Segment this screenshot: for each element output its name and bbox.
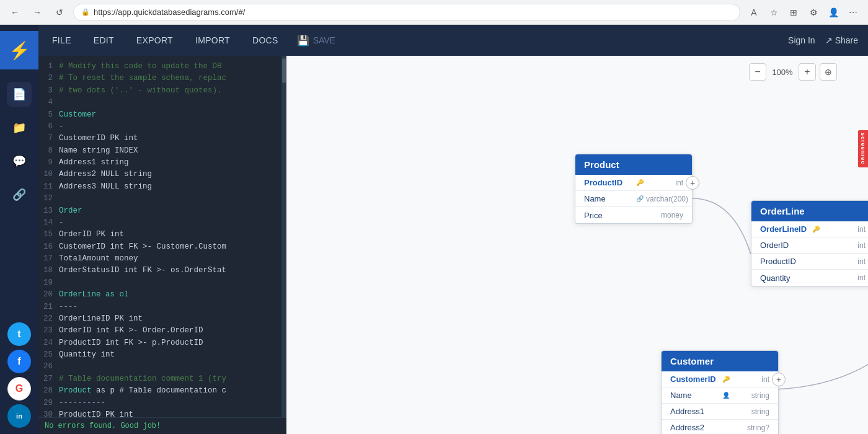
twitter-icon[interactable]: t [7,322,31,346]
logo-icon: ⚡ [9,40,30,61]
address-bar[interactable]: 🔒 https://app.quickdatabasediagrams.com/… [73,4,740,21]
url-text: https://app.quickdatabasediagrams.com/#/ [94,7,245,17]
code-line: ---- [59,301,277,313]
code-line: - [59,217,277,229]
export-menu[interactable]: EXPORT [133,33,177,48]
orderline-table-header: OrderLine [751,201,868,221]
field-name: Address1 [670,407,720,416]
customer-table-header: Customer [662,351,778,371]
table-row: OrderID int + [751,237,868,254]
diagram-canvas[interactable]: − 100% + ⊕ Produ [286,56,868,434]
app-logo: ⚡ [0,31,38,69]
field-type: int [675,179,683,187]
user-profile-button[interactable]: 👤 [825,4,842,21]
person-icon: 👤 [722,392,730,399]
document-icon: 📄 [12,87,26,101]
code-line: Product as p # Table documentation c [59,385,277,397]
code-area[interactable]: 12345 678910 1112131415 1617181920 21222… [38,56,286,417]
field-name: CustomerID [670,374,720,384]
sidebar-chat-icon[interactable]: 💬 [7,149,32,174]
collections-button[interactable]: ⊞ [785,4,802,21]
forward-button[interactable]: → [29,4,46,21]
folder-icon: 📁 [12,121,26,135]
code-line: # two dots ('..' - without quotes). [59,85,277,97]
google-icon[interactable]: G [7,377,31,401]
field-name: Name [584,194,634,203]
code-editor[interactable]: 12345 678910 1112131415 1617181920 21222… [38,56,286,434]
code-line: ---------- [59,397,277,409]
field-name: Address2 [670,423,720,432]
code-line: # To reset the sample schema, replac [59,73,277,84]
customer-table-body: CustomerID 🔑 int + Name 👤 string Address… [662,371,778,434]
icon-sidebar: ⚡ 📄 📁 💬 🔗 t f G [0,25,38,434]
sidebar-link-icon[interactable]: 🔗 [7,182,32,207]
code-line: TotalAmount money [59,253,277,265]
code-line: Quantity int [59,349,277,361]
code-line: ProductID PK int [59,409,277,417]
lock-icon: 🔒 [81,8,90,16]
sidebar-document-icon[interactable]: 📄 [7,82,32,107]
code-line: # Table documentation comment 1 (try [59,373,277,385]
table-row: OrderLineID 🔑 int [751,221,868,237]
screenrec-badge: screenrec [858,130,868,167]
menu-bar: FILE EDIT EXPORT IMPORT DOCS 💾 SAVE Sign… [38,25,868,56]
product-table-body: ProductID 🔑 int + Name 🔗 varchar(200) Pr… [575,175,692,223]
code-line: OrderID PK int [59,229,277,241]
key-icon: 🔑 [812,226,820,232]
orderline-table: OrderLine OrderLineID 🔑 int OrderID int … [751,200,868,286]
back-button[interactable]: ← [6,4,24,21]
share-button[interactable]: ↗ Share [825,35,858,45]
zoom-in-button[interactable]: + [799,63,816,81]
field-name: Name [670,391,720,400]
field-name: Quantity [760,273,810,283]
table-row: CustomerID 🔑 int + [662,371,778,388]
code-line: Order [59,205,277,217]
table-row: Name 🔗 varchar(200) [575,191,692,207]
status-text: No errors found. Good job! [45,422,161,430]
code-line: OrderLine as ol [59,289,277,301]
field-type: int [761,375,769,384]
docs-menu[interactable]: DOCS [249,33,282,48]
share-icon: ↗ [825,35,833,45]
social-icons: t f G in [7,322,31,434]
key-icon: 🔑 [722,376,730,383]
main-content: FILE EDIT EXPORT IMPORT DOCS 💾 SAVE Sign… [38,25,868,434]
app: ⚡ 📄 📁 💬 🔗 t f G [0,25,868,434]
browser-toolbar: A ☆ ⊞ ⚙ 👤 ⋯ [745,4,862,21]
import-menu[interactable]: IMPORT [192,33,234,48]
code-line [59,361,277,373]
code-line: Address2 NULL string [59,169,277,180]
edit-menu[interactable]: EDIT [90,33,118,48]
more-button[interactable]: ⋯ [844,4,862,21]
field-type: string [751,407,769,416]
extensions-button[interactable]: A [745,4,763,21]
add-field-button[interactable]: + [686,176,699,190]
sidebar-folder-icon[interactable]: 📁 [7,115,32,140]
linkedin-icon[interactable]: in [7,404,31,428]
add-field-button[interactable]: + [772,373,786,386]
scroll-thumb [282,58,286,83]
favorites-button[interactable]: ☆ [765,4,782,21]
table-row: Address2 string? [662,420,778,434]
scroll-indicator[interactable] [281,56,286,417]
code-line: CustomerID PK int [59,133,277,144]
field-name: OrderLineID [760,224,810,234]
link-icon: 🔗 [12,188,26,202]
sign-in-button[interactable]: Sign In [788,35,815,45]
field-type: int [857,241,866,250]
zoom-out-button[interactable]: − [749,63,766,81]
save-button[interactable]: 💾 SAVE [297,35,335,46]
field-name: ProductID [760,257,810,266]
refresh-button[interactable]: ↺ [51,4,68,21]
code-line: Address3 NULL string [59,181,277,193]
code-line: Customer [59,109,277,121]
code-line: Name string INDEX [59,145,277,157]
field-name: OrderID [760,241,810,250]
code-text[interactable]: # Modify this code to update the DB # To… [56,56,281,417]
facebook-icon[interactable]: f [7,350,31,373]
file-menu[interactable]: FILE [48,33,75,48]
profile-button[interactable]: ⚙ [805,4,822,21]
fit-button[interactable]: ⊕ [820,63,837,81]
line-numbers: 12345 678910 1112131415 1617181920 21222… [38,56,56,417]
code-line: CustomerID int FK >- Customer.Custom [59,241,277,253]
